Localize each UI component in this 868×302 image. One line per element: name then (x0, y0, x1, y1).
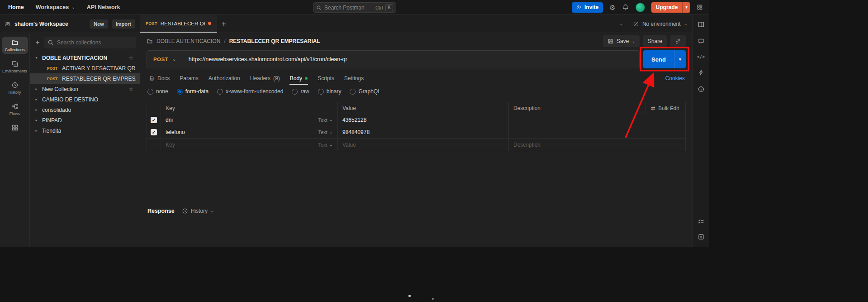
notifications-bell-icon[interactable] (622, 4, 629, 11)
chevron-down-icon[interactable]: ▾ (682, 2, 690, 13)
app-grid-icon[interactable] (697, 4, 703, 10)
cookies-link[interactable]: Cookies (665, 75, 688, 81)
sidebar-search[interactable] (44, 37, 136, 48)
body-mode-x-www-form-urlencoded[interactable]: x-www-form-urlencoded (217, 88, 283, 95)
chevron-down-icon[interactable]: ▾ (33, 56, 39, 60)
bolt-icon[interactable] (697, 69, 705, 76)
body-mode-none[interactable]: none (147, 88, 168, 95)
rail-item-collections[interactable]: Collections (2, 37, 28, 54)
upgrade-button[interactable]: Upgrade ▾ (651, 2, 690, 13)
tree-request-restablecer[interactable]: POST RESTABLECER QR EMPRESARIAL (30, 73, 140, 84)
description-cell[interactable] (508, 126, 685, 138)
comments-icon[interactable] (697, 38, 705, 45)
unsaved-dot-icon[interactable] (208, 22, 211, 25)
radio-icon[interactable] (217, 89, 223, 95)
body-mode-form-data[interactable]: form-data (177, 88, 209, 95)
value-cell[interactable]: 43652128 (337, 114, 508, 126)
nav-home[interactable]: Home (8, 4, 24, 10)
team-avatar[interactable] (636, 3, 645, 12)
rail-item-flows[interactable]: Flows (2, 101, 28, 118)
tab-authorization[interactable]: Authorization (204, 72, 245, 85)
tab-settings[interactable]: Settings (340, 72, 368, 85)
environments-layers-icon (11, 60, 19, 67)
chevron-right-icon[interactable]: ▸ (33, 118, 39, 122)
chevron-right-icon[interactable]: ▸ (33, 108, 39, 112)
tab-params[interactable]: Params (175, 72, 203, 85)
body-mode-raw[interactable]: raw (292, 88, 309, 95)
checklist-icon[interactable] (697, 218, 705, 225)
breadcrumb-collection[interactable]: DOBLE AUTENTICACION (157, 38, 220, 44)
response-history-button[interactable]: History ⌄ (182, 208, 214, 214)
description-cell[interactable]: Description (508, 139, 685, 151)
param-type-select[interactable]: Text⌄ (318, 117, 333, 123)
environment-selector[interactable]: No environment ⌄ (633, 21, 688, 27)
nav-workspaces[interactable]: Workspaces ⌄ (36, 4, 75, 10)
key-cell[interactable]: Key Text⌄ (161, 139, 337, 151)
request-tab[interactable]: POST RESTABLECER QR EMPRESARIAL (140, 15, 217, 33)
star-icon[interactable]: ☆ (128, 86, 133, 92)
body-mode-graphql[interactable]: GraphQL (350, 88, 380, 95)
send-options-chevron-icon[interactable]: ▾ (674, 50, 686, 68)
tree-collection-pinpad[interactable]: ▸ PINPAD (30, 115, 140, 125)
rail-item-more[interactable] (2, 122, 28, 133)
radio-selected-icon[interactable] (177, 89, 183, 95)
new-button[interactable]: New (90, 19, 108, 29)
rail-item-history[interactable]: History (2, 79, 28, 96)
description-cell[interactable] (508, 114, 685, 126)
workspace-name[interactable]: shalom's Workspace (14, 21, 86, 27)
radio-icon[interactable] (147, 89, 153, 95)
tree-collection-consolidado[interactable]: ▸ consolidado (30, 105, 140, 115)
key-cell[interactable]: telefono Text⌄ (161, 126, 337, 138)
body-mode-binary[interactable]: binary (318, 88, 342, 95)
radio-icon[interactable] (350, 89, 356, 95)
chevron-right-icon[interactable]: ▸ (33, 87, 39, 91)
nav-api-network[interactable]: API Network (87, 4, 120, 10)
tab-overflow-chevron-icon[interactable]: ⌄ (620, 22, 623, 26)
chevron-right-icon[interactable]: ▸ (33, 129, 39, 133)
sidebar-search-input[interactable] (44, 37, 136, 48)
row-checkbox-checked[interactable]: ✓ (151, 117, 157, 123)
chevron-down-icon[interactable]: ⌄ (631, 39, 635, 43)
share-button[interactable]: Share (643, 35, 667, 47)
tab-headers[interactable]: Headers(9) (246, 72, 285, 85)
param-type-select[interactable]: Text⌄ (318, 142, 333, 148)
key-cell[interactable]: dni Text⌄ (161, 114, 337, 126)
radio-icon[interactable] (318, 89, 324, 95)
star-icon[interactable]: ☆ (128, 55, 133, 61)
search-icon (316, 5, 322, 10)
tab-scripts[interactable]: Scripts (313, 72, 339, 85)
tree-collection-new-collection[interactable]: ▸ New Collection ☆ (30, 84, 140, 94)
api-box-icon[interactable] (697, 233, 705, 240)
chevron-right-icon[interactable]: ▸ (33, 97, 39, 101)
value-cell[interactable]: 984840978 (337, 126, 508, 138)
param-type-select[interactable]: Text⌄ (318, 129, 333, 135)
new-tab-button[interactable]: + (217, 15, 231, 33)
settings-gear-icon[interactable]: ⚙ (609, 4, 615, 11)
method-selector[interactable]: POST ⌄ (147, 51, 183, 68)
add-collection-button[interactable]: + (33, 38, 42, 47)
global-search[interactable]: Search Postman Ctrl K (313, 2, 396, 13)
tab-docs[interactable]: Docs (145, 72, 174, 85)
response-title: Response (147, 208, 175, 214)
url-input[interactable]: https://newwebservices.shalomcontrol.com… (183, 56, 353, 62)
code-snippet-icon[interactable]: </> (697, 54, 705, 59)
copy-link-button[interactable] (670, 35, 686, 47)
send-button[interactable]: Send ▾ (643, 50, 686, 68)
tree-request-activar[interactable]: POST ACTIVAR Y DESACTIVAR QR EMPR... (30, 63, 140, 73)
value-cell[interactable]: Value (337, 139, 508, 151)
tree-collection-doble-autenticacion[interactable]: ▾ DOBLE AUTENTICACION ☆ (30, 53, 140, 63)
invite-button[interactable]: Invite (572, 2, 603, 13)
rail-item-environments[interactable]: Environments (2, 58, 28, 75)
radio-icon[interactable] (292, 89, 298, 95)
import-button[interactable]: Import (112, 19, 135, 29)
info-icon[interactable] (697, 86, 705, 93)
bulk-edit-button[interactable]: ⇄ Bulk Edit (645, 102, 681, 114)
tree-collection-tiendita[interactable]: ▸ Tiendita (30, 125, 140, 136)
save-button[interactable]: Save ⌄ (603, 35, 640, 47)
row-checkbox-checked[interactable]: ✓ (151, 129, 157, 135)
tab-body[interactable]: Body (285, 72, 312, 85)
tree-collection-cambio-de-destino[interactable]: ▸ CAMBIO DE DESTINO (30, 94, 140, 105)
chevron-down-icon: ⌄ (71, 5, 75, 10)
layout-panel-icon[interactable] (697, 21, 705, 28)
bulk-edit-icon: ⇄ (651, 105, 655, 111)
